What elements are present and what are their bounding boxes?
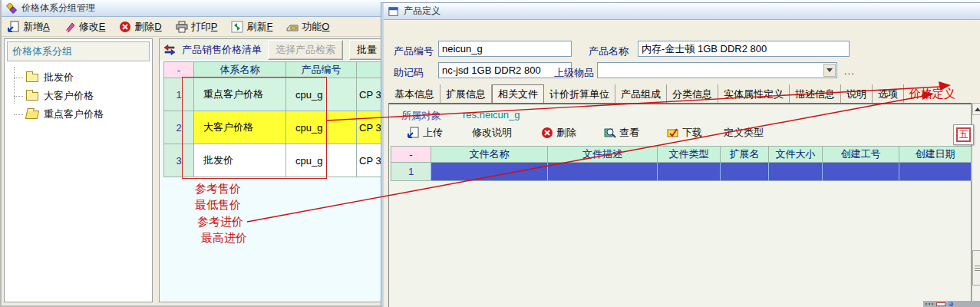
left-window-title: 价格体系分组管理	[21, 2, 95, 15]
edit-label: 修改	[79, 21, 99, 32]
price-row-2[interactable]: 2 大客户价格 cpu_g CP 3	[163, 111, 381, 144]
price-row-1[interactable]: 1 重点客户价格 cpu_g CP 3	[163, 78, 381, 111]
tab-extended-info[interactable]: 扩展信息	[441, 84, 492, 104]
function-icon	[286, 21, 299, 33]
tab-classification[interactable]: 分类信息	[667, 84, 718, 104]
tab-price-definition[interactable]: 价格定义	[904, 84, 961, 104]
extra-cell: CP 3	[357, 111, 381, 144]
product-name-label: 产品名称	[589, 45, 629, 58]
tab-basic-info[interactable]: 基本信息	[389, 84, 441, 104]
list-header: 产品销售价格清单 选择产品检索 批量	[160, 39, 381, 60]
files-header-filename: 文件名称	[431, 146, 548, 163]
files-header-extension: 扩展名	[721, 146, 769, 163]
mnemonic-label: 助记码	[394, 66, 424, 80]
files-header-created-date: 创建日期	[899, 146, 972, 163]
files-header-filesize: 文件大小	[769, 146, 823, 163]
view-icon	[604, 127, 616, 139]
view-button[interactable]: 查看	[604, 126, 639, 140]
add-hotkey: A	[43, 21, 50, 32]
grid-header-code: 产品编号	[286, 61, 357, 78]
grid-header-extra	[357, 61, 381, 78]
new-icon	[8, 21, 20, 33]
select-product-search-button[interactable]: 选择产品检索	[268, 40, 343, 60]
tab-product-composition[interactable]: 产品组成	[615, 84, 667, 104]
parent-more-button[interactable]: ...	[844, 65, 855, 77]
file-delete-button[interactable]: 删除	[541, 126, 576, 140]
owner-value: res.neicun_g	[463, 109, 520, 120]
files-row-1-selected[interactable]: 1	[391, 163, 972, 181]
download-label: 下载	[682, 126, 702, 140]
price-row-3[interactable]: 3 批发价 cpu_g CP 3	[163, 144, 381, 177]
tree-item-keycustomer[interactable]: 重点客户价格	[5, 105, 152, 124]
refresh-hotkey: F	[266, 21, 272, 32]
scroll-up-button[interactable]	[972, 103, 980, 115]
tab-related-files[interactable]: 相关文件	[492, 84, 544, 104]
tab-options[interactable]: 选项	[873, 84, 904, 104]
tree-item-label: 重点客户价格	[44, 107, 104, 121]
red-frame-icon	[936, 302, 945, 306]
chevron-up-icon	[975, 107, 980, 111]
add-button[interactable]: 新增A	[8, 20, 50, 34]
folder-open-icon	[25, 111, 39, 119]
grid-header-name: 体系名称	[194, 61, 286, 78]
tab-description[interactable]: 描述信息	[790, 84, 841, 104]
tab-entity-attributes[interactable]: 实体属性定义	[718, 84, 790, 104]
edit-button[interactable]: 修改E	[64, 20, 106, 34]
tab-pricing-unit[interactable]: 计价折算单位	[544, 84, 615, 104]
tree-item-label: 批发价	[44, 71, 74, 84]
row-number: 1	[391, 163, 431, 181]
print-button[interactable]: 打印P	[176, 20, 218, 34]
combo-dropdown-button[interactable]	[823, 64, 836, 77]
description-cell	[548, 163, 658, 181]
download-icon	[667, 127, 679, 139]
filesize-cell	[769, 163, 823, 181]
batch-button[interactable]: 批量	[349, 40, 381, 60]
files-header-creator: 创建工号	[823, 146, 899, 163]
screen: 价格体系分组管理 新增A 修改E	[0, 0, 980, 307]
tree-body: 批发价 大客户价格 重点客户价格	[5, 64, 152, 124]
tab-bar: 基本信息 扩展信息 相关文件 计价折算单位 产品组成 分类信息 实体属性定义 描…	[389, 84, 961, 104]
parent-item-combobox[interactable]	[597, 62, 837, 78]
product-code-label: 产品编号	[394, 45, 434, 58]
upload-button[interactable]: 上传	[408, 126, 443, 140]
extra-cell: CP 3	[357, 144, 381, 177]
delete-label: 删除	[134, 21, 154, 32]
tree-item-wholesale[interactable]: 批发价	[5, 68, 152, 87]
function-hotkey: O	[322, 21, 329, 32]
grid-header-num: -	[163, 61, 194, 78]
tree-item-label: 大客户价格	[44, 89, 94, 103]
parent-item-label: 上级物品	[554, 66, 594, 80]
system-name-cell: 重点客户价格	[194, 78, 286, 111]
product-code-input[interactable]	[438, 41, 572, 57]
define-type-button[interactable]: 定义类型	[724, 126, 764, 140]
extra-cell: CP 3	[357, 78, 381, 111]
product-code-cell: cpu_g	[286, 78, 357, 111]
ime-badge-glyph: 五	[956, 127, 971, 142]
mnemonic-input[interactable]	[438, 62, 572, 78]
tab-notes[interactable]: 说明	[841, 84, 873, 104]
tree-panel-header: 价格体系分组	[7, 41, 150, 61]
product-code-cell: cpu_g	[286, 144, 357, 177]
files-header-num: -	[391, 146, 431, 163]
view-label: 查看	[619, 126, 639, 140]
delete-button[interactable]: 删除D	[119, 20, 161, 34]
product-name-input[interactable]	[638, 41, 850, 57]
row-number: 2	[163, 111, 194, 144]
scrollbar-thumb[interactable]	[972, 250, 980, 286]
tree-item-bigcustomer[interactable]: 大客户价格	[5, 87, 152, 105]
price-group-tree-panel: 价格体系分组 批发价 大客户价格 重点客户价格	[4, 38, 153, 302]
filetype-cell	[658, 163, 721, 181]
list-title: 产品销售价格清单	[182, 43, 262, 57]
refresh-button[interactable]: 刷新F	[231, 20, 272, 34]
system-name-cell: 批发价	[194, 144, 286, 177]
folder-closed-icon	[26, 74, 38, 82]
ime-indicator[interactable]: 五	[953, 124, 974, 145]
edit-note-button[interactable]: 修改说明	[472, 126, 512, 140]
row-number: 3	[163, 144, 194, 177]
download-button[interactable]: 下载	[667, 126, 702, 140]
define-type-label: 定义类型	[724, 126, 764, 140]
left-toolbar: 新增A 修改E 删除D	[2, 17, 384, 37]
function-button[interactable]: 功能O	[286, 20, 329, 34]
files-header-filetype: 文件类型	[658, 146, 721, 163]
ellipsis-icon	[926, 303, 933, 305]
